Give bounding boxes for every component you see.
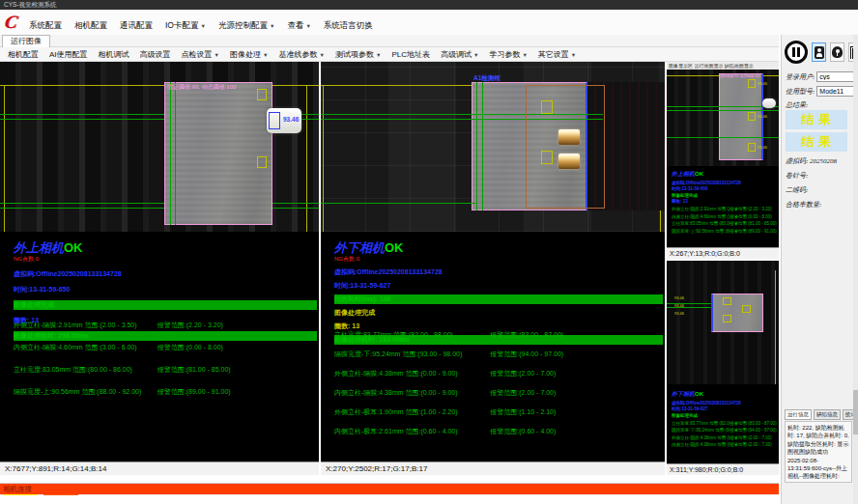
menu-item-comm-config[interactable]: 通讯配置: [120, 20, 153, 32]
lock-button[interactable]: [830, 42, 844, 62]
mini-camera-view-upper[interactable]: 固定阈值:93, 动态阈值:100 93.46 93.46 93.46: [667, 70, 779, 166]
toolbar-ai-config[interactable]: AI使用配置: [49, 49, 88, 60]
overlay-line: [170, 82, 171, 225]
toolbar-advanced-settings[interactable]: 高级设置: [140, 49, 171, 60]
metal-glint: [558, 154, 580, 169]
scrollbar-thumb[interactable]: [853, 390, 858, 434]
toolbar-label: 基准线参数: [278, 50, 317, 59]
menu-item-io-config[interactable]: IO卡配置▼: [165, 20, 206, 32]
log-text-area[interactable]: 耗时: 222, 缺陷检测耗时: 17, 缺陷合并耗时: 0, 缺陷提取分区耗时…: [785, 421, 852, 483]
chevron-down-icon: ▼: [473, 52, 478, 58]
measurement-row: 外侧立柱-极耳:1.90mm 范围:(1.00 - 2.20)报警范围:(1.1…: [334, 407, 659, 417]
virtual-code-label: 虚拟码: 20250208: [786, 156, 837, 166]
tab-run-info[interactable]: 运行信息: [785, 409, 812, 420]
measurement: 外侧立柱-隔膜:2.91mm 范围:(2.00 - 3.50): [672, 207, 729, 211]
process-done: 图像处理完成: [334, 308, 663, 318]
toolbar-image-processing[interactable]: 图像处理▼: [230, 49, 268, 60]
virtual-code: 虚拟码:Offline20250208133134728: [14, 269, 317, 279]
detect-box: [748, 143, 756, 152]
measurement-row: 内侧立柱-隔膜:4.60mm 范围:(3.00 - 6.00)报警范围:(0.0…: [14, 343, 313, 352]
toolbar-test-params[interactable]: 测试项参数▼: [335, 49, 381, 60]
measurement-row: 隔膜宽度-上:90.56mm 范围:(88.00 - 92.00)报警范围:(8…: [672, 229, 777, 234]
measurement-row: 隔膜宽度-上:90.56mm 范围:(88.00 - 92.00)报警范围:(8…: [14, 387, 313, 397]
menu-item-light-config[interactable]: 光源控制配置▼: [218, 20, 274, 32]
tab-strip: 运行图像: [0, 35, 779, 47]
measurement: 内侧立柱-隔膜:4.60mm 范围:(3.00 - 6.00): [672, 214, 729, 219]
sidebar-scrollbar[interactable]: [853, 35, 858, 504]
toolbar-label: 图像处理: [230, 50, 261, 59]
total-result-label: 总结果:: [786, 100, 808, 110]
toolbar-other-settings[interactable]: 其它设置▼: [538, 49, 576, 60]
chevron-down-icon: ▼: [305, 23, 310, 29]
measurement-rows-lower: 立柱宽度:83.77mm 范围:(82.00 - 88.00)报警范围:(83.…: [334, 330, 659, 446]
alarm-range: 报警范围:(2.00 - 7.00): [729, 435, 777, 440]
toolbar-spot-check[interactable]: 点检设置▼: [182, 49, 219, 60]
process-done: 图像处理完成: [14, 300, 317, 310]
pin-number-label: 卷针号:: [786, 171, 808, 181]
toolbar-advanced-debug[interactable]: 高级调试▼: [441, 49, 478, 60]
measurement: 内侧立柱-隔膜:4.38mm 范围:(0.00 - 9.00): [672, 442, 729, 447]
camera-view-upper[interactable]: 固定阈值:93, 动态阈值:100 93.46: [0, 62, 319, 232]
alarm-range: 报警范围:(2.20 - 3.20): [729, 207, 777, 211]
menu-bar: C 系统配置 相机配置 通讯配置 IO卡配置▼ 光源控制配置▼ 查看▼ 系统语言…: [0, 10, 858, 35]
detect-box: [742, 305, 751, 313]
detect-box: [257, 156, 267, 168]
mini-camera-view-lower[interactable]: 93.46 93.46 93.46: [667, 261, 779, 384]
measurement: 立柱宽度:83.77mm 范围:(82.00 - 88.00): [672, 421, 729, 426]
overlay-line: [482, 82, 483, 210]
measure-value-overlay: 93.46: [758, 81, 767, 86]
toolbar-plc-address[interactable]: PLC地址表: [391, 49, 430, 60]
overlay-line: [4, 85, 5, 232]
toolbar-label: PLC地址表: [391, 50, 430, 59]
menu-item-camera-config[interactable]: 相机配置: [74, 20, 107, 32]
user-login-button[interactable]: [812, 42, 826, 62]
measurement: 外侧立柱-极耳:1.90mm 范围:(1.00 - 2.20): [334, 407, 490, 417]
camera-name: 外下相机: [672, 391, 695, 397]
menu-item-system-config[interactable]: 系统配置: [29, 20, 62, 32]
cursor-coords-lower: X:270;Y:2502;R:17;G:17;B:17: [321, 462, 665, 475]
measurement-row: 立柱宽度:83.77mm 范围:(82.00 - 88.00)报警范围:(83.…: [334, 330, 659, 340]
menu-item-view[interactable]: 查看▼: [287, 20, 310, 32]
pause-button[interactable]: [785, 41, 808, 64]
camera-view-lower[interactable]: A1检测框: [321, 62, 665, 232]
measurement-row: 外侧立柱-隔膜:2.91mm 范围:(2.00 - 3.50)报警范围:(2.2…: [14, 321, 313, 330]
menu-item-label: 系统配置: [29, 20, 62, 30]
mini-panel-header: 图像显示区 运行画面显示 缺陷画面显示: [667, 62, 779, 70]
toolbar-camera-config[interactable]: 相机配置: [8, 49, 39, 60]
menu-item-language-switch[interactable]: 系统语言切换: [324, 20, 373, 32]
measurement-row: 外侧立柱-隔膜:4.38mm 范围:(0.00 - 9.00)报警范围:(2.0…: [672, 435, 777, 440]
result-ok-badge: OK: [695, 171, 703, 177]
toolbar-learn-params[interactable]: 学习参数▼: [489, 49, 527, 60]
capture-time: 时间:13-31-59-627: [334, 281, 663, 291]
result-ok-badge: OK: [695, 391, 703, 397]
model-field: 使用型号:: [786, 86, 857, 97]
model-label: 使用型号:: [786, 87, 815, 97]
login-user-input[interactable]: [816, 71, 857, 82]
window-title: CYS-视觉检测系统: [4, 1, 57, 8]
chevron-down-icon: ▼: [571, 52, 576, 58]
result-ok-badge: OK: [385, 240, 404, 255]
model-input[interactable]: [816, 86, 857, 97]
detect-box: [257, 89, 267, 100]
cycle-count: 圈数: 13: [672, 199, 777, 204]
mini-measurement-rows: 立柱宽度:83.77mm 范围:(82.00 - 88.00)报警范围:(83.…: [672, 421, 777, 448]
pass-rate-label: 合格率数量:: [786, 200, 821, 210]
threshold-overlay-text: 固定阈值:93, 动态阈值:100: [167, 83, 236, 92]
toolbar-label: 测试项参数: [335, 50, 374, 59]
mini-panel-lower: 93.46 93.46 93.46 外下相机OK 虚拟码:Offline2025…: [667, 261, 779, 475]
camera-connect-badge: 相机连接: [0, 484, 779, 494]
alarm-range: 报警范围:(83.00 - 87.00): [729, 421, 777, 426]
camera-name: 外上相机: [672, 171, 695, 177]
camera-result-title: 外上相机OK: [672, 170, 777, 179]
toolbar-baseline-params[interactable]: 基准线参数▼: [278, 49, 324, 60]
tab-run-image[interactable]: 运行图像: [2, 35, 50, 47]
measurement-row: 内侧立柱-隔膜:4.38mm 范围:(0.00 - 9.00)报警范围:(2.0…: [672, 442, 777, 447]
measure-value-overlay: 93.46: [674, 311, 684, 316]
alarm-range: 报警范围:(81.00 - 85.00): [729, 221, 777, 226]
tab-defect-info[interactable]: 缺陷信息: [814, 409, 841, 420]
alarm-range: 报警范围:(94.00 - 97.00): [490, 350, 659, 359]
right-sidebar: 登录用户: 使用型号: 总结果: 结果 结果 虚拟码: 20250208 卷针号…: [781, 35, 858, 504]
measurement-row: 内侧立柱-隔膜:4.38mm 范围:(0.00 - 9.00)报警范围:(2.0…: [334, 388, 659, 398]
toolbar-camera-debug[interactable]: 相机调试: [99, 49, 129, 60]
measurement: 立柱宽度:83.05mm 范围:(80.00 - 86.00): [14, 365, 157, 375]
